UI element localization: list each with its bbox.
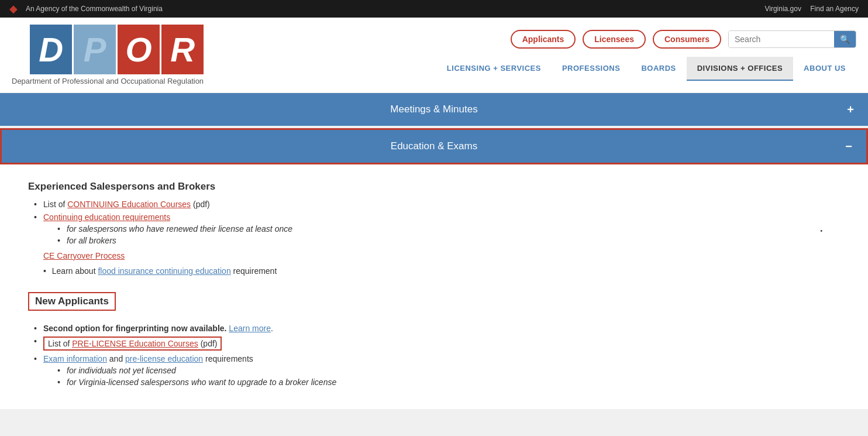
meetings-label: Meetings & Minutes [390, 104, 477, 115]
nav-licensing[interactable]: LICENSING + SERVICES [436, 57, 552, 81]
spacer [28, 280, 840, 292]
ce-carryover-link[interactable]: CE Carryover Process [43, 251, 840, 260]
logo-subtitle: Department of Professional and Occupatio… [12, 77, 204, 85]
flood-text-after: requirement [231, 266, 277, 276]
continuing-courses-item: List of CONTINUING Education Courses (pd… [34, 200, 840, 209]
content-inner: Meetings & Minutes + Education & Exams −… [0, 93, 868, 409]
continuing-subitems: for salespersons who have renewed their … [57, 224, 840, 245]
nav-boards[interactable]: BOARDS [631, 57, 686, 81]
va-logo-icon: ◆ [9, 2, 18, 15]
pre-license-item: List of PRE-LICENSE Education Courses (p… [34, 337, 840, 351]
pre-license-edu-link[interactable]: pre-license education [125, 354, 203, 363]
top-bar: ◆ An Agency of the Commonwealth of Virgi… [0, 0, 868, 18]
fingerprint-item: Second option for fingerprinting now ava… [34, 324, 840, 333]
education-accordion[interactable]: Education & Exams − [0, 128, 868, 164]
find-agency-link[interactable]: Find an Agency [810, 5, 859, 13]
nav-bar: LICENSING + SERVICES PROFESSIONS BOARDS … [436, 57, 856, 81]
side-bullet-dot: • [820, 228, 822, 234]
continuing-requirements-item: Continuing education requirements for sa… [34, 212, 840, 245]
nav-professions[interactable]: PROFESSIONS [552, 57, 631, 81]
flood-bullet: • [43, 266, 46, 276]
new-applicants-list: Second option for fingerprinting now ava… [34, 324, 840, 387]
subitem-salespersons: for salespersons who have renewed their … [57, 224, 840, 234]
exam-and: and [109, 354, 125, 363]
pre-license-after: (pdf) [198, 339, 218, 348]
flood-link[interactable]: flood insurance continuing education [98, 266, 230, 276]
logo-letter-p: P [74, 25, 116, 74]
top-bar-links: Virginia.gov Find an Agency [764, 5, 859, 13]
meetings-toggle-icon: + [847, 103, 854, 116]
applicants-button[interactable]: Applicants [511, 30, 576, 49]
flood-item: • Learn about flood insurance continuing… [43, 266, 840, 276]
header-action-buttons: Applicants Licensees Consumers 🔍 [511, 30, 856, 49]
education-label: Education & Exams [391, 140, 477, 152]
consumers-button[interactable]: Consumers [653, 30, 721, 49]
subitem-not-licensed: for individuals not yet licensed [57, 366, 840, 375]
exam-subitems: for individuals not yet licensed for Vir… [57, 366, 840, 387]
continuing-requirements-link[interactable]: Continuing education requirements [43, 212, 170, 222]
pre-license-item-highlighted: List of PRE-LICENSE Education Courses (p… [43, 337, 222, 351]
subitem-brokers: for all brokers [57, 236, 840, 245]
continuing-courses-link[interactable]: CONTINUING Education Courses [67, 200, 191, 209]
search-button[interactable]: 🔍 [834, 31, 856, 47]
flood-text-before: Learn about [52, 266, 98, 276]
education-content: Experienced Salespersons and Brokers Lis… [0, 164, 868, 409]
fingerprint-bold: Second option for fingerprinting now ava… [43, 324, 226, 333]
site-header: D P O R Department of Professional and O… [0, 18, 868, 93]
experienced-list: List of CONTINUING Education Courses (pd… [34, 200, 840, 245]
logo-letter-o: O [118, 25, 160, 74]
exam-after: requirements [205, 354, 253, 363]
experienced-heading: Experienced Salespersons and Brokers [28, 181, 840, 193]
agency-text-container: ◆ An Agency of the Commonwealth of Virgi… [9, 2, 163, 15]
subitem-upgrade-broker: for Virginia-licensed salespersons who w… [57, 377, 840, 387]
education-toggle-icon: − [845, 140, 852, 153]
section-experienced: Experienced Salespersons and Brokers Lis… [28, 181, 840, 276]
new-applicants-heading-wrapper: New Applicants [28, 292, 840, 318]
new-applicants-heading: New Applicants [28, 292, 116, 311]
fingerprint-learn-more[interactable]: Learn more [229, 324, 271, 333]
logo-letters: D P O R [30, 25, 204, 74]
search-input[interactable] [729, 31, 834, 47]
continuing-after: (pdf) [191, 200, 210, 209]
meetings-accordion[interactable]: Meetings & Minutes + [0, 93, 868, 126]
site-logo: D P O R Department of Professional and O… [12, 25, 204, 85]
exam-info-link[interactable]: Exam information [43, 354, 107, 363]
nav-about-us[interactable]: ABOUT US [793, 57, 856, 81]
pre-license-before: List of [48, 339, 72, 348]
content-area: Meetings & Minutes + Education & Exams −… [0, 93, 868, 436]
fingerprint-period: . [271, 324, 273, 333]
exam-info-item: Exam information and pre-license educati… [34, 354, 840, 387]
virginia-gov-link[interactable]: Virginia.gov [764, 5, 801, 13]
search-container: 🔍 [728, 30, 856, 48]
agency-text: An Agency of the Commonwealth of Virgini… [26, 5, 163, 13]
pre-license-link[interactable]: PRE-LICENSE Education Courses [72, 339, 198, 348]
continuing-before: List of [43, 200, 67, 209]
logo-letter-d: D [30, 25, 72, 74]
logo-letter-r: R [161, 25, 204, 74]
licensees-button[interactable]: Licensees [583, 30, 646, 49]
header-right: Applicants Licensees Consumers 🔍 LICENSI… [436, 30, 856, 81]
section-new-applicants: New Applicants Second option for fingerp… [28, 292, 840, 387]
nav-divisions[interactable]: DIVISIONS + OFFICES [687, 57, 793, 81]
